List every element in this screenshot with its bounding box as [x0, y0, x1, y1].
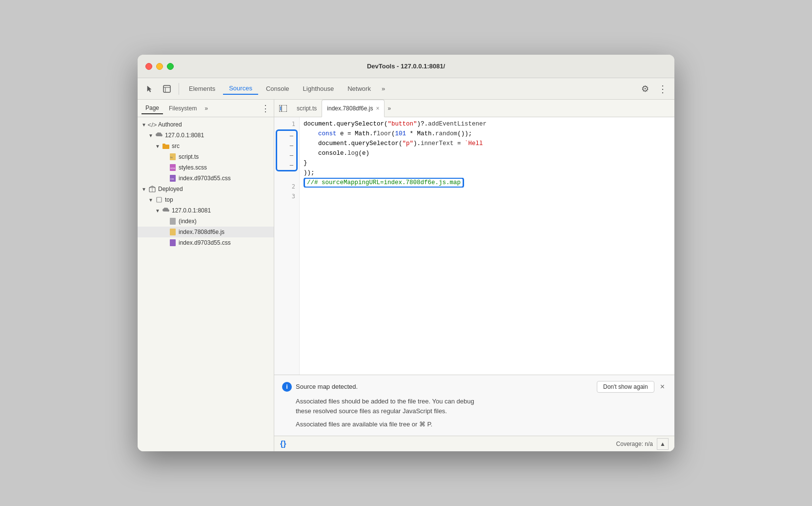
editor-tab-close-icon[interactable]: × [376, 105, 379, 112]
maximize-button[interactable] [167, 63, 174, 70]
editor-tab-indexjs[interactable]: index.7808df6e.js × [322, 100, 385, 117]
minimize-button[interactable] [156, 63, 163, 70]
code-line-comma: )); [304, 168, 670, 178]
editor-tab-label: script.ts [297, 105, 317, 112]
sidebar: Page Filesystem » ⋮ ▼ </> Authored ▼ [138, 100, 274, 451]
line-number-dash-1: – [277, 131, 296, 141]
editor-tab-more[interactable]: » [385, 104, 394, 113]
sidebar-item-index[interactable]: (index) [138, 216, 274, 227]
sidebar-tab-more[interactable]: » [203, 104, 210, 113]
scroll-to-top-button[interactable]: ▲ [657, 438, 669, 450]
code-content: 1 – – – – 2 3 [274, 117, 674, 375]
sidebar-item-indexcss2[interactable]: index.d9703d55.css [138, 237, 274, 248]
tree-arrow: ▼ [155, 144, 162, 149]
tab-network[interactable]: Network [342, 83, 377, 94]
sidebar-menu-icon[interactable]: ⋮ [261, 103, 270, 114]
main-area: Page Filesystem » ⋮ ▼ </> Authored ▼ [138, 100, 674, 451]
tab-sources[interactable]: Sources [223, 83, 258, 95]
cursor-icon[interactable] [142, 81, 157, 97]
line-numbers: 1 – – – – 2 3 [274, 117, 300, 375]
line-number-dash-2: – [277, 141, 296, 150]
tree-arrow: ▼ [148, 197, 155, 203]
svg-text:css: css [170, 177, 174, 180]
notification-close-button[interactable]: × [658, 382, 667, 391]
notification-bar: i Source map detected. Don't show again … [274, 375, 674, 436]
format-code-button[interactable]: {} [280, 440, 286, 448]
coverage-label: Coverage: n/a [616, 441, 653, 447]
notification-header: i Source map detected. Don't show again … [282, 381, 667, 393]
editor-area: script.ts index.7808df6e.js × » 1 [274, 100, 674, 451]
code-line-5: } [304, 158, 670, 168]
tree-arrow: ▼ [148, 133, 155, 138]
code-line-2: const e = Math.floor(101 * Math.random()… [304, 129, 670, 139]
svg-rect-10 [170, 229, 176, 235]
folder-icon [162, 142, 170, 150]
cloud-icon [155, 131, 163, 139]
editor-tabs: script.ts index.7808df6e.js × » [274, 100, 674, 117]
line-number-2: 2 [274, 182, 299, 191]
tree-item-label: index.d9703d55.css [179, 175, 231, 182]
code-icon: </> [148, 121, 156, 128]
tree-item-label: 127.0.0.1:8081 [165, 132, 204, 139]
sidebar-item-authored[interactable]: ▼ </> Authored [138, 119, 274, 130]
sidebar-tab-filesystem[interactable]: Filesystem [165, 103, 201, 114]
line-number-1: 1 [274, 119, 299, 129]
tab-console[interactable]: Console [260, 83, 295, 94]
tree-item-label: src [172, 143, 180, 149]
cloud-icon-2 [162, 207, 170, 214]
tree-item-label: index.d9703d55.css [179, 239, 231, 246]
toggle-sidebar-icon[interactable] [276, 102, 290, 115]
sidebar-item-indexjs[interactable]: index.7808df6e.js [138, 227, 274, 237]
sidebar-item-top[interactable]: ▼ top [138, 194, 274, 205]
line-number-dash-4: – [277, 160, 296, 170]
tab-elements[interactable]: Elements [183, 83, 221, 94]
sidebar-tabs: Page Filesystem » ⋮ [138, 100, 274, 117]
traffic-lights [145, 63, 174, 70]
notification-line1: Associated files should be added to the … [296, 397, 667, 407]
svg-rect-9 [170, 218, 176, 225]
editor-tab-label-active: index.7808df6e.js [327, 105, 373, 112]
more-options-icon[interactable]: ⋮ [655, 81, 670, 97]
window-title: DevTools - 127.0.0.1:8081/ [367, 63, 445, 70]
line-numbers-highlight-box: – – – – [276, 129, 298, 171]
svg-text:scss: scss [170, 167, 176, 169]
toolbar: Elements Sources Console Lighthouse Netw… [138, 78, 674, 100]
notification-body: Associated files should be added to the … [296, 397, 667, 430]
tree-item-label: top [165, 196, 173, 203]
settings-icon[interactable]: ⚙ [637, 81, 653, 97]
close-button[interactable] [145, 63, 152, 70]
tree-item-label: (index) [179, 218, 197, 225]
tree-arrow: ▼ [155, 208, 162, 213]
up-arrow-icon: ▲ [660, 441, 666, 447]
sidebar-item-indexcss[interactable]: css index.d9703d55.css [138, 173, 274, 184]
line-number-dash-3: – [277, 150, 296, 160]
css-file-icon: css [169, 174, 177, 182]
tree-item-label: Authored [158, 121, 182, 128]
svg-text:ts: ts [170, 156, 173, 159]
js-file-icon [169, 228, 177, 236]
sidebar-tab-page[interactable]: Page [142, 103, 163, 114]
tree-item-label: 127.0.0.1:8081 [172, 207, 211, 214]
tab-lighthouse[interactable]: Lighthouse [297, 83, 340, 94]
sidebar-item-host2[interactable]: ▼ 127.0.0.1:8081 [138, 205, 274, 216]
sidebar-item-stylesscss[interactable]: scss styles.scss [138, 162, 274, 173]
sidebar-item-scriptts[interactable]: ts script.ts [138, 151, 274, 162]
info-icon: i [282, 382, 292, 392]
toolbar-more[interactable]: » [379, 83, 388, 94]
notification-line3: Associated files are available via file … [296, 420, 667, 430]
editor-tab-scriptts[interactable]: script.ts [292, 100, 322, 117]
css-file-icon-2 [169, 239, 177, 247]
tree-arrow: ▼ [142, 187, 148, 192]
code-line-4: console.log(e) [304, 148, 670, 158]
sidebar-content: ▼ </> Authored ▼ 127.0.0.1:8081 ▼ [138, 117, 274, 451]
sidebar-item-deployed[interactable]: ▼ Deployed [138, 184, 274, 194]
sidebar-item-host1[interactable]: ▼ 127.0.0.1:8081 [138, 130, 274, 141]
tree-item-label: styles.scss [179, 164, 207, 171]
sidebar-item-src[interactable]: ▼ src [138, 141, 274, 151]
dont-show-button[interactable]: Don't show again [597, 381, 654, 393]
html-file-icon [169, 217, 177, 225]
inspect-icon[interactable] [159, 81, 175, 97]
notification-line2: these resolved source files as regular J… [296, 406, 667, 417]
svg-rect-11 [170, 239, 176, 246]
code-line-sourcemap: //# sourceMappingURL=index.7808df6e.js.m… [304, 178, 670, 188]
